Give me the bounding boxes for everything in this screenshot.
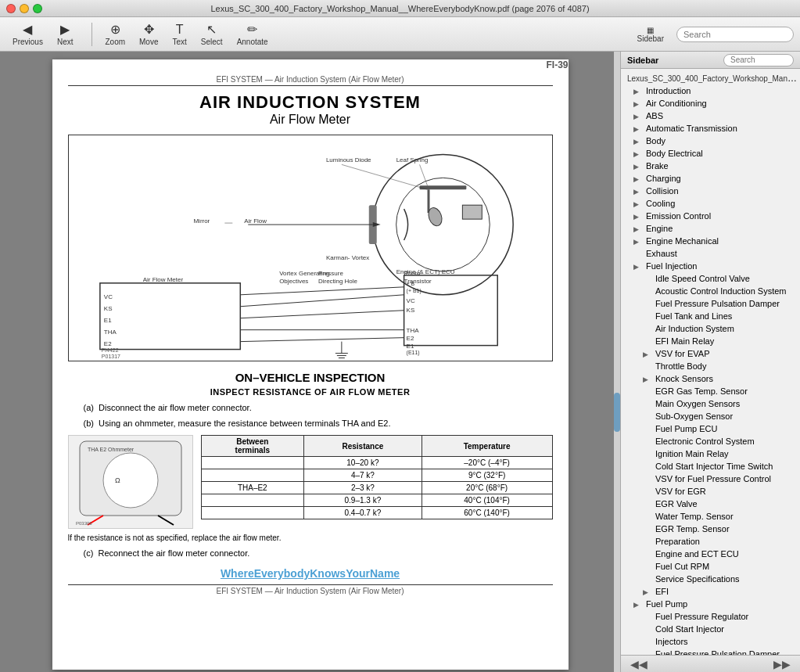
svg-line-33 <box>240 295 404 307</box>
maximize-button[interactable] <box>33 4 42 13</box>
table-row: THA–E22–3 k?20°C (68°F) <box>201 482 552 494</box>
move-button[interactable]: ✥ Move <box>133 20 164 49</box>
sidebar-item-vsv-evap[interactable]: ▶VSV for EVAP <box>621 347 800 360</box>
sidebar-item-air-conditioning[interactable]: ▶Air Conditioning <box>621 97 800 110</box>
sidebar: Sidebar Lexus_SC_300_400_Factory_Worksho… <box>620 52 800 672</box>
sidebar-item-introduction[interactable]: ▶Introduction <box>621 84 800 97</box>
table-row: 0.9–1.3 k?40°C (104°F) <box>201 494 552 507</box>
tree-arrow-icon: ▶ <box>633 175 643 183</box>
resistance-table: Betweenterminals Resistance Temperature … <box>201 435 553 529</box>
sidebar-item-water-temp-sensor[interactable]: Water Temp. Sensor <box>621 510 800 523</box>
sidebar-prev-button[interactable]: ◀◀ <box>627 658 651 670</box>
annotate-button[interactable]: ✏ Annotate <box>231 20 274 49</box>
sidebar-item-efi-main-relay[interactable]: EFI Main Relay <box>621 335 800 347</box>
sidebar-item-engine-mechanical[interactable]: ▶Engine Mechanical <box>621 235 800 247</box>
table-row: 10–20 k?–20°C (–4°F) <box>201 457 552 469</box>
sidebar-item-acoustic-control[interactable]: Acoustic Control Induction System <box>621 285 800 297</box>
sidebar-item-fuel-pressure-pulsation-2[interactable]: Fuel Pressure Pulsation Damper <box>621 648 800 655</box>
sidebar-item-efi[interactable]: ▶EFI <box>621 585 800 598</box>
sidebar-item-fuel-pressure-regulator-2[interactable]: Fuel Pressure Regulator <box>621 610 800 623</box>
select-button[interactable]: ↖ Select <box>195 20 229 49</box>
sidebar-next-button[interactable]: ▶▶ <box>770 658 794 670</box>
sidebar-item-label: Fuel Pump ECU <box>652 423 720 434</box>
sidebar-item-automatic-transmission[interactable]: ▶Automatic Transmission <box>621 122 800 135</box>
sidebar-item-service-specs[interactable]: Service Specifications <box>621 573 800 585</box>
pdf-footer: EFI SYSTEM — Air Induction System (Air F… <box>68 584 553 595</box>
sidebar-item-fuel-pump[interactable]: ▶Fuel Pump <box>621 598 800 610</box>
sidebar-item-egr-temp-sensor[interactable]: EGR Temp. Sensor <box>621 523 800 535</box>
sidebar-item-label: EGR Gas Temp. Sensor <box>652 386 751 397</box>
sidebar-item-brake[interactable]: ▶Brake <box>621 160 800 172</box>
sidebar-item-label: Automatic Transmission <box>643 123 741 134</box>
sidebar-toggle-button[interactable]: ▦ Sidebar <box>631 23 670 45</box>
sidebar-item-knock-sensors[interactable]: ▶Knock Sensors <box>621 372 800 385</box>
sidebar-item-fuel-pressure-pulsation[interactable]: Fuel Pressure Pulsation Damper <box>621 297 800 310</box>
sidebar-item-idle-speed-control[interactable]: Idle Speed Control Valve <box>621 272 800 285</box>
pdf-area[interactable]: EFI SYSTEM — Air Induction System (Air F… <box>0 52 620 672</box>
zoom-button[interactable]: ⊕ Zoom <box>99 20 131 49</box>
toolbar-right: ▦ Sidebar <box>631 23 794 45</box>
text-label: Text <box>172 38 186 46</box>
scrollbar-thumb[interactable] <box>614 393 620 432</box>
sidebar-item-label: Sub-Oxygen Sensor <box>652 411 736 422</box>
sidebar-item-fuel-injection[interactable]: ▶Fuel Injection <box>621 260 800 272</box>
tree-arrow-icon: ▶ <box>643 588 652 596</box>
close-button[interactable] <box>6 4 16 13</box>
sidebar-item-cold-start-injector[interactable]: Cold Start Injector <box>621 623 800 635</box>
select-label: Select <box>201 38 223 46</box>
svg-text:THA  E2  Ohmmeter: THA E2 Ohmmeter <box>88 447 135 452</box>
sidebar-item-main-oxygen-sensors[interactable]: Main Oxygen Sensors <box>621 397 800 410</box>
sidebar-item-engine[interactable]: ▶Engine <box>621 222 800 235</box>
svg-text:KS: KS <box>103 305 112 312</box>
sidebar-item-label: VSV for EGR <box>652 486 709 497</box>
sidebar-item-body[interactable]: ▶Body <box>621 135 800 147</box>
sidebar-item-body-electrical[interactable]: ▶Body Electrical <box>621 147 800 160</box>
sidebar-item-injectors[interactable]: Injectors <box>621 635 800 648</box>
previous-label: Previous <box>13 38 43 46</box>
tree-arrow-icon: ▶ <box>633 100 643 108</box>
sidebar-item-label: Preparation <box>652 536 703 547</box>
inspection-area: THA E2 Ohmmeter Ω P03306 <box>68 435 553 529</box>
sidebar-item-air-induction-system-sub[interactable]: Air Induction System <box>621 322 800 335</box>
sidebar-item-electronic-control[interactable]: Electronic Control System <box>621 435 800 447</box>
sidebar-item-egr-valve[interactable]: EGR Valve <box>621 498 800 510</box>
sidebar-item-cold-start-injector-switch[interactable]: Cold Start Injector Time Switch <box>621 460 800 473</box>
text-button[interactable]: T Text <box>166 20 192 49</box>
sidebar-item-throttle-body[interactable]: Throttle Body <box>621 360 800 372</box>
sidebar-item-fuel-pump-ecu[interactable]: Fuel Pump ECU <box>621 422 800 435</box>
svg-text:FI4422: FI4422 <box>101 347 118 353</box>
sidebar-item-cooling[interactable]: ▶Cooling <box>621 197 800 210</box>
sidebar-root-label: Lexus_SC_300_400_Factory_Workshop_Manual… <box>624 74 800 84</box>
sidebar-item-vsv-egr[interactable]: VSV for EGR <box>621 485 800 498</box>
sidebar-item-exhaust[interactable]: Exhaust <box>621 247 800 260</box>
sidebar-item-abs[interactable]: ▶ABS <box>621 110 800 122</box>
sidebar-item-vsv-fuel-pressure[interactable]: VSV for Fuel Pressure Control <box>621 473 800 485</box>
sidebar-item-label: Cooling <box>643 198 678 209</box>
minimize-button[interactable] <box>20 4 29 13</box>
sidebar-item-emission-control[interactable]: ▶Emission Control <box>621 210 800 222</box>
sidebar-item-sub-oxygen-sensor[interactable]: Sub-Oxygen Sensor <box>621 410 800 422</box>
sidebar-item-collision[interactable]: ▶Collision <box>621 185 800 197</box>
next-button[interactable]: ▶ Next <box>51 20 80 49</box>
sidebar-item-ignition-main-relay[interactable]: Ignition Main Relay <box>621 447 800 460</box>
tree-arrow-icon: ▶ <box>643 376 652 383</box>
sidebar-bottom: ◀◀ ▶▶ <box>621 655 800 672</box>
svg-text:VC: VC <box>103 293 112 300</box>
tree-arrow-icon: ▶ <box>633 188 643 196</box>
tree-arrow-icon: ▶ <box>633 88 643 95</box>
sidebar-item-engine-ect-ecu[interactable]: Engine and ECT ECU <box>621 548 800 560</box>
page-title: AIR INDUCTION SYSTEM <box>68 92 553 113</box>
sidebar-item-fuel-cut-rpm[interactable]: Fuel Cut RPM <box>621 560 800 573</box>
on-vehicle-title: ON–VEHICLE INSPECTION <box>68 371 553 384</box>
previous-button[interactable]: ◀ Previous <box>6 20 49 49</box>
sidebar-item-label: ABS <box>643 110 666 121</box>
scrollbar-track[interactable] <box>614 52 620 672</box>
sidebar-item-preparation[interactable]: Preparation <box>621 535 800 548</box>
sidebar-item-egr-gas-temp[interactable]: EGR Gas Temp. Sensor <box>621 385 800 397</box>
search-input[interactable] <box>676 27 794 42</box>
sidebar-item-fuel-tank-lines[interactable]: Fuel Tank and Lines <box>621 310 800 322</box>
sidebar-item-root[interactable]: Lexus_SC_300_400_Factory_Workshop_Manual… <box>621 72 800 84</box>
sidebar-search-input[interactable] <box>723 54 794 66</box>
sidebar-item-charging[interactable]: ▶Charging <box>621 172 800 185</box>
window-controls[interactable] <box>6 4 42 13</box>
